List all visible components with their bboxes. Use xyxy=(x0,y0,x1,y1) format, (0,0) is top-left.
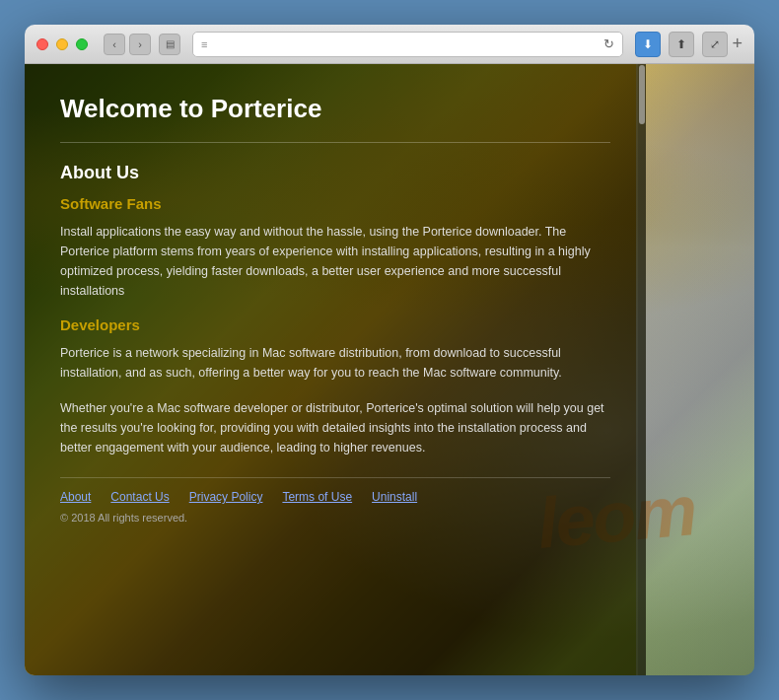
share-icon: ⬆ xyxy=(676,37,686,51)
footer-link-about[interactable]: About xyxy=(60,490,91,504)
fullscreen-icon: ⤢ xyxy=(710,37,720,51)
footer-link-uninstall[interactable]: Uninstall xyxy=(372,490,417,504)
footer-link-terms[interactable]: Terms of Use xyxy=(282,490,352,504)
browser-content: leom Welcome to Porterice About Us Softw… xyxy=(25,64,754,675)
developers-text-2: Whether you're a Mac software developer … xyxy=(60,398,610,457)
scrollbar[interactable] xyxy=(638,64,646,675)
maximize-button[interactable] xyxy=(76,38,88,50)
address-icon: ≡ xyxy=(201,38,207,50)
fullscreen-button[interactable]: ⤢ xyxy=(702,32,728,57)
new-tab-button[interactable]: + xyxy=(732,34,743,54)
toolbar-right: ⬇ ⬆ ⤢ xyxy=(635,32,728,57)
developers-text-1: Porterice is a network specializing in M… xyxy=(60,343,610,383)
content-box: Welcome to Porterice About Us Software F… xyxy=(25,64,646,675)
footer-link-privacy[interactable]: Privacy Policy xyxy=(189,490,263,504)
traffic-lights xyxy=(36,38,88,50)
close-button[interactable] xyxy=(36,38,48,50)
minimize-button[interactable] xyxy=(56,38,68,50)
forward-button[interactable]: › xyxy=(129,34,151,55)
title-divider xyxy=(60,142,610,143)
download-icon: ⬇ xyxy=(643,37,653,51)
page-title: Welcome to Porterice xyxy=(60,94,610,124)
reload-button[interactable]: ↻ xyxy=(603,36,614,51)
software-fans-text: Install applications the easy way and wi… xyxy=(60,222,610,301)
address-bar[interactable]: ≡ ↻ xyxy=(192,32,623,57)
software-fans-heading: Software Fans xyxy=(60,195,610,212)
footer: About Contact Us Privacy Policy Terms of… xyxy=(60,477,610,524)
about-us-heading: About Us xyxy=(60,163,610,183)
nav-arrows: ‹ › xyxy=(104,34,151,55)
footer-copyright: © 2018 All rights reserved. xyxy=(60,512,610,524)
title-bar: ‹ › ▤ ≡ ↻ ⬇ ⬆ ⤢ + xyxy=(25,25,754,64)
download-button[interactable]: ⬇ xyxy=(635,32,661,57)
mac-window: ‹ › ▤ ≡ ↻ ⬇ ⬆ ⤢ + leom xyxy=(25,25,754,675)
footer-link-contact[interactable]: Contact Us xyxy=(110,490,169,504)
developers-heading: Developers xyxy=(60,316,610,333)
footer-links: About Contact Us Privacy Policy Terms of… xyxy=(60,490,610,504)
back-button[interactable]: ‹ xyxy=(104,34,125,55)
share-button[interactable]: ⬆ xyxy=(669,32,694,57)
sidebar-toggle-button[interactable]: ▤ xyxy=(159,34,180,55)
scroll-thumb[interactable] xyxy=(639,65,645,124)
